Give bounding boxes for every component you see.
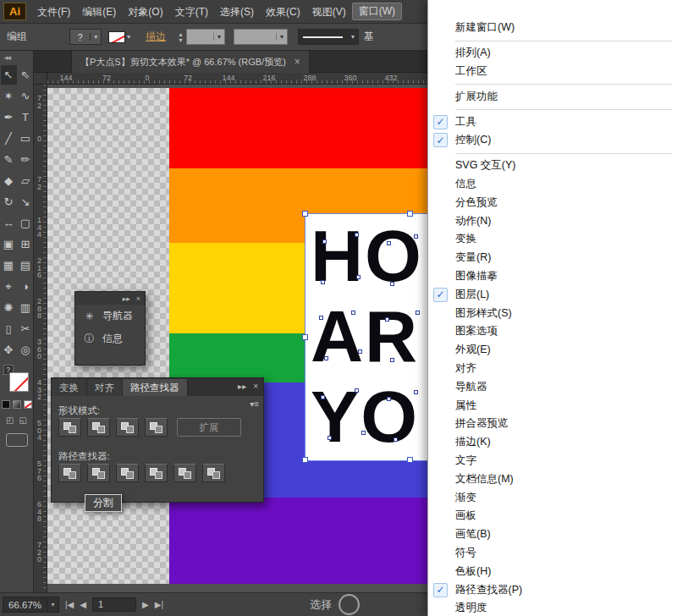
outline-button[interactable] [173, 464, 196, 482]
window-menu-item[interactable]: 符号 [428, 544, 677, 563]
ruler-vertical[interactable]: 72072144216288360432504576648720 [34, 85, 47, 592]
artboard-tool-button[interactable]: ▯ [1, 319, 17, 338]
artboard-number-field[interactable]: 1 [92, 597, 136, 612]
free-transform-tool-button[interactable]: ▢ [18, 213, 34, 233]
window-menu-item[interactable]: 排列(A) [428, 44, 677, 63]
window-menu-item[interactable]: 图案选项 [428, 322, 677, 341]
blob-brush-tool-button[interactable]: ◆ [1, 171, 17, 190]
window-menu-item[interactable]: 色板(H) [428, 562, 677, 580]
line-tool-button[interactable]: ╱ [1, 129, 17, 148]
window-menu-item[interactable]: ✓工具 [428, 113, 677, 131]
last-artboard-button[interactable]: ▶| [155, 600, 163, 609]
selection-handle[interactable] [302, 334, 308, 340]
selection-tool-button[interactable]: ↖ [1, 65, 17, 85]
window-menu-item[interactable]: 文字 [428, 452, 677, 470]
window-menu-item[interactable]: ✓图层(L) [428, 285, 677, 304]
window-menu-item[interactable]: 属性 [428, 396, 677, 415]
zoom-tool-button[interactable]: ◎ [18, 340, 34, 360]
menubar-item[interactable]: 视图(V) [306, 3, 352, 21]
tab-路径查找器[interactable]: 路径查找器 [123, 379, 188, 396]
stripe-red[interactable] [169, 88, 427, 168]
panel-row-导航器[interactable]: ✳导航器 [75, 305, 145, 327]
window-menu-item[interactable]: 透明度 [428, 599, 677, 616]
menubar-item[interactable]: 选择(S) [214, 3, 260, 21]
menubar-item[interactable]: 效果(C) [260, 3, 306, 21]
merge-button[interactable] [116, 464, 139, 482]
lasso-tool-button[interactable]: ∿ [18, 86, 34, 106]
window-menu-item[interactable]: 变量(R) [428, 249, 677, 267]
stroke-none-swatch[interactable] [9, 372, 29, 392]
selection-handle[interactable] [302, 457, 308, 463]
stroke-weight-stepper[interactable]: ▲▼ [178, 31, 184, 43]
expand-button[interactable]: 扩展 [177, 418, 241, 437]
tab-变换[interactable]: 变换 [52, 379, 87, 396]
window-menu-item[interactable]: SVG 交互(Y) [428, 157, 677, 175]
pencil-tool-button[interactable]: ✏ [18, 150, 34, 169]
window-menu-item[interactable]: 文档信息(M) [428, 470, 677, 488]
selection-handle[interactable] [302, 211, 308, 217]
window-menu-item[interactable]: 变换 [428, 230, 677, 249]
window-menu-item[interactable]: 描边(K) [428, 433, 677, 452]
first-artboard-button[interactable]: |◀ [65, 600, 74, 609]
direct-selection-tool-button[interactable]: ⇖ [18, 65, 34, 85]
selected-artwork[interactable]: HOARYO [305, 213, 427, 461]
document-tab[interactable]: 【P大点S】剪切文本效果* @ 66.67% (RGB/预览) × [71, 51, 310, 73]
eyedropper-tool-button[interactable]: ⌖ [1, 277, 17, 296]
menubar-item[interactable]: 文件(F) [31, 3, 76, 21]
window-menu-item[interactable]: 导航器 [428, 377, 677, 396]
window-menu-item[interactable]: 图像描摹 [428, 267, 677, 286]
width-tool-button[interactable]: ↔ [1, 213, 17, 233]
window-menu-item[interactable]: 分色预览 [428, 193, 677, 212]
perspective-grid-tool-button[interactable]: ⊞ [18, 234, 34, 254]
slice-tool-button[interactable]: ✂ [18, 319, 34, 338]
rectangle-tool-button[interactable]: ▭ [18, 129, 34, 148]
next-artboard-button[interactable]: ▶ [142, 600, 149, 609]
collapse-panel-icon[interactable]: ◂◂ [0, 51, 33, 64]
close-icon[interactable]: × [294, 56, 300, 68]
pen-tool-button[interactable]: ✒ [1, 107, 17, 127]
fill-stroke-widget[interactable]: ? [3, 364, 31, 394]
expand-panel-icon[interactable]: ▸▸ [238, 382, 246, 391]
window-menu-item[interactable]: 动作(N) [428, 212, 677, 230]
eraser-tool-button[interactable]: ▱ [18, 171, 34, 190]
window-menu-item[interactable]: ✓路径查找器(P) [428, 580, 677, 599]
rotate-tool-button[interactable]: ↻ [1, 192, 17, 212]
window-menu-item[interactable]: 工作区 [428, 63, 677, 81]
variable-width-dropdown[interactable]: ▾ [234, 29, 288, 45]
ruler-horizontal[interactable]: 14472072144216288360432 [47, 73, 427, 85]
appearance-dropdown[interactable]: ? ▾ [69, 29, 102, 45]
blend-tool-button[interactable]: ◑ [18, 277, 34, 296]
minus-back-button[interactable] [202, 464, 225, 482]
scale-tool-button[interactable]: ↘ [18, 192, 34, 212]
none-fill-button[interactable] [24, 400, 32, 409]
window-menu-item[interactable]: 信息 [428, 175, 677, 194]
window-menu-item[interactable]: 画笔(B) [428, 525, 677, 544]
window-menu-item[interactable]: 图形样式(S) [428, 304, 677, 322]
menubar-item[interactable]: 窗口(W) [352, 3, 402, 20]
mesh-tool-button[interactable]: ▦ [1, 256, 17, 275]
draw-behind-icon[interactable]: ◱ [19, 415, 27, 425]
close-icon[interactable]: × [253, 382, 258, 391]
tab-对齐[interactable]: 对齐 [87, 379, 123, 396]
window-menu-item[interactable]: 渐变 [428, 488, 677, 507]
stripe-purple[interactable] [169, 498, 427, 584]
window-menu-item[interactable]: ✓控制(C) [428, 131, 677, 150]
selection-handle[interactable] [407, 211, 413, 217]
selection-handle[interactable] [407, 457, 413, 463]
gradient-fill-button[interactable] [13, 400, 21, 409]
unite-button[interactable] [58, 418, 81, 437]
window-menu-item[interactable]: 画板 [428, 507, 677, 525]
hand-tool-button[interactable]: ✥ [1, 340, 17, 360]
column-graph-tool-button[interactable]: ▥ [18, 298, 34, 317]
prev-artboard-button[interactable]: ◀ [80, 600, 86, 609]
symbol-sprayer-tool-button[interactable]: ✺ [1, 298, 17, 317]
window-menu-item[interactable]: 新建窗口(W) [428, 19, 677, 37]
stroke-weight-dropdown[interactable]: ▾ [186, 29, 225, 45]
window-menu-item[interactable]: 对齐 [428, 360, 677, 378]
shape-builder-tool-button[interactable]: ▣ [1, 234, 17, 254]
paintbrush-tool-button[interactable]: ✎ [1, 150, 17, 169]
expand-panel-icon[interactable]: ▸▸ [123, 294, 130, 303]
color-fill-button[interactable] [2, 400, 10, 409]
menubar-item[interactable]: 对象(O) [122, 3, 168, 21]
magic-wand-tool-button[interactable]: ✶ [1, 86, 17, 106]
